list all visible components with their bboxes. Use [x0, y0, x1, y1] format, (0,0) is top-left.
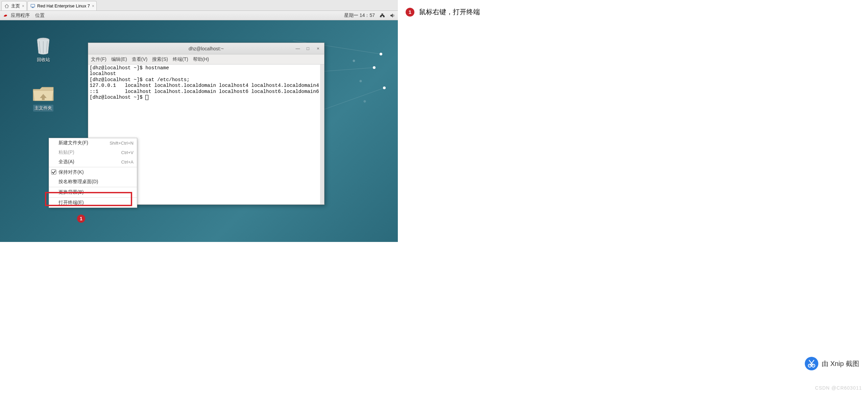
home-folder-desktop-icon[interactable]: 主文件夹 — [30, 84, 57, 112]
context-item-select-all[interactable]: 全选(A) Ctrl+A — [49, 157, 137, 167]
callout-number: 1 — [80, 216, 82, 221]
home-icon — [4, 4, 9, 8]
menu-help[interactable]: 帮助(H) — [193, 56, 209, 63]
clock[interactable]: 星期一 14：57 — [344, 13, 375, 19]
menu-view[interactable]: 查看(V) — [132, 56, 148, 63]
annotation: 1 鼠标右键，打开终端 — [406, 7, 480, 17]
applications-label: 应用程序 — [11, 13, 30, 19]
separator — [49, 167, 137, 167]
svg-rect-3 — [383, 16, 385, 17]
menu-edit[interactable]: 编辑(E) — [111, 56, 127, 63]
desktop[interactable]: 回收站 主文件夹 dhz@localhost:~ — □ × — [0, 20, 398, 242]
terminal-line: localhost — [90, 71, 116, 76]
maximize-button[interactable]: □ — [304, 44, 312, 52]
terminal-title: dhz@localhost:~ — [189, 46, 224, 51]
context-item-keep-aligned[interactable]: 保持对齐(K) — [49, 168, 137, 177]
context-item-open-terminal[interactable]: 打开终端(E) — [49, 198, 137, 207]
svg-point-6 — [373, 66, 376, 69]
separator — [49, 197, 137, 198]
context-label: 按名称整理桌面(D) — [58, 179, 98, 185]
tab-rhel[interactable]: Red Hat Enterprise Linux 7 × — [27, 1, 97, 10]
close-button[interactable]: × — [314, 44, 322, 52]
context-label: 全选(A) — [58, 159, 74, 165]
menu-terminal[interactable]: 终端(T) — [173, 56, 188, 63]
terminal-titlebar[interactable]: dhz@localhost:~ — □ × — [88, 43, 324, 54]
xnip-text: 由 Xnip 截图 — [822, 359, 859, 368]
context-label: 保持对齐(K) — [58, 169, 84, 175]
trash-label: 回收站 — [30, 57, 57, 63]
places-menu[interactable]: 位置 — [35, 13, 45, 19]
terminal-cursor — [145, 95, 148, 100]
tab-home-label: 主页 — [11, 3, 20, 9]
context-shortcut: Ctrl+A — [121, 159, 134, 165]
context-shortcut: Ctrl+V — [121, 150, 134, 155]
svg-rect-4 — [382, 14, 383, 15]
redhat-icon — [3, 13, 8, 18]
terminal-line: [dhz@localhost ~]$ cat /etc/hosts; — [90, 77, 190, 82]
context-item-paste: 粘贴(P) Ctrl+V — [49, 148, 137, 157]
terminal-line: [dhz@localhost ~]$ — [90, 95, 145, 100]
xnip-watermark: 由 Xnip 截图 — [805, 357, 859, 370]
checkbox-icon — [51, 169, 56, 175]
home-folder-label: 主文件夹 — [33, 105, 53, 112]
context-label: 粘贴(P) — [58, 149, 74, 155]
context-item-organize-by-name[interactable]: 按名称整理桌面(D) — [49, 177, 137, 187]
vm-tabbar: 主页 × Red Hat Enterprise Linux 7 × — [0, 0, 398, 11]
screenshot: 主页 × Red Hat Enterprise Linux 7 × 应用程序 位… — [0, 0, 398, 242]
svg-rect-2 — [380, 16, 382, 17]
tab-rhel-label: Red Hat Enterprise Linux 7 — [37, 3, 90, 8]
svg-point-7 — [383, 87, 386, 89]
svg-rect-1 — [32, 7, 33, 8]
annotation-text: 鼠标右键，打开终端 — [419, 7, 480, 17]
terminal-line: ::1 localhost localhost.localdomain loca… — [90, 89, 319, 94]
csdn-watermark: CSDN @CR603011 — [815, 385, 862, 391]
svg-rect-0 — [31, 4, 34, 7]
context-item-new-folder[interactable]: 新建文件夹(F) Shift+Ctrl+N — [49, 138, 137, 148]
minimize-button[interactable]: — — [294, 44, 302, 52]
applications-menu[interactable]: 应用程序 — [3, 13, 30, 19]
menu-file[interactable]: 文件(F) — [91, 56, 106, 63]
close-icon[interactable]: × — [92, 4, 94, 8]
gnome-topbar: 应用程序 位置 星期一 14：57 — [0, 11, 398, 20]
trash-icon — [34, 36, 53, 55]
context-shortcut: Shift+Ctrl+N — [110, 141, 134, 146]
separator — [49, 187, 137, 187]
terminal-menubar: 文件(F) 编辑(E) 查看(V) 搜索(S) 终端(T) 帮助(H) — [88, 54, 324, 65]
desktop-context-menu: 新建文件夹(F) Shift+Ctrl+N 粘贴(P) Ctrl+V 全选(A)… — [49, 138, 137, 208]
trash-desktop-icon[interactable]: 回收站 — [30, 36, 57, 63]
terminal-line: [dhz@localhost ~]$ hostname — [90, 65, 169, 71]
menu-search[interactable]: 搜索(S) — [152, 56, 168, 63]
folder-icon — [32, 84, 55, 103]
close-icon[interactable]: × — [22, 4, 24, 8]
annotation-badge: 1 — [406, 8, 414, 17]
network-icon[interactable] — [380, 13, 385, 18]
terminal-line: 127.0.0.1 localhost localhost.localdomai… — [90, 83, 319, 88]
monitor-icon — [30, 4, 35, 8]
context-item-change-background[interactable]: 更换背景(B) — [49, 188, 137, 197]
context-label: 打开终端(E) — [58, 200, 84, 206]
svg-point-5 — [380, 53, 382, 55]
context-label: 更换背景(B) — [58, 189, 84, 195]
tab-home[interactable]: 主页 × — [1, 1, 27, 10]
callout-badge-1: 1 — [77, 215, 85, 223]
annotation-number: 1 — [409, 9, 411, 15]
volume-icon[interactable] — [390, 13, 395, 18]
context-label: 新建文件夹(F) — [58, 140, 88, 146]
xnip-logo-icon — [805, 357, 818, 370]
